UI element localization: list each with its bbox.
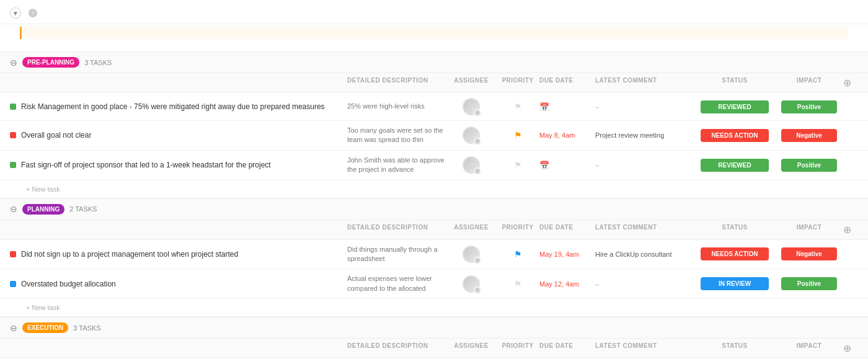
section-execution: ⊖ EXECUTION 3 TASKS DETAILED DESCRIPTION… (0, 317, 868, 364)
task-row: Risk Management in good place - 75% were… (0, 93, 868, 121)
new-task-link-planning[interactable]: + New task (0, 299, 868, 317)
col-status-header: STATUS (694, 77, 775, 89)
section-toggle-execution[interactable]: ⊖ (10, 323, 17, 333)
col-task-header (10, 224, 347, 236)
priority-flag-icon: ⚑ (514, 102, 522, 112)
task-name[interactable]: Overall goal not clear (21, 131, 91, 140)
status-cell: NEEDS ACTION (694, 129, 775, 142)
calendar-icon: 📅 (539, 161, 549, 170)
assignee-cell: ⚙ (446, 98, 496, 115)
column-headers-pre-planning: DETAILED DESCRIPTION ASSIGNEE PRIORITY D… (0, 73, 868, 93)
new-task-header-button[interactable] (41, 12, 48, 14)
section-badge-planning: PLANNING (22, 204, 64, 215)
due-date-cell: May 19, 4am (539, 251, 595, 258)
col-task-header (10, 342, 347, 354)
col-desc-header: DETAILED DESCRIPTION (347, 342, 446, 354)
page-container: ▼ i ⊖ PRE-PLANNING 3 TASKS DETAILED DESC… (0, 0, 868, 364)
avatar-badge-icon: ⚙ (474, 138, 481, 145)
priority-cell: ⚑ (496, 279, 539, 289)
status-badge[interactable]: REVIEWED (701, 100, 769, 113)
task-row: Did not sign up to a project management … (0, 240, 868, 270)
assignee-avatar[interactable]: ⚙ (463, 127, 480, 144)
task-name[interactable]: Risk Management in good place - 75% were… (21, 102, 325, 111)
latest-comment-cell: Hire a ClickUp consultant (595, 251, 694, 258)
add-column-button[interactable]: ⊕ (843, 77, 851, 89)
col-desc-header: DETAILED DESCRIPTION (347, 77, 446, 89)
priority-cell: ⚑ (496, 130, 539, 140)
task-color-dot (10, 132, 16, 138)
column-headers-execution: DETAILED DESCRIPTION ASSIGNEE PRIORITY D… (0, 339, 868, 358)
task-description: John Smith was able to approve the proje… (347, 156, 445, 173)
assignee-avatar[interactable]: ⚙ (463, 246, 480, 263)
section-toggle-pre-planning[interactable]: ⊖ (10, 58, 17, 68)
assignee-cell: ⚙ (446, 275, 496, 293)
page-description (20, 27, 848, 39)
assignee-avatar[interactable]: ⚙ (463, 156, 480, 174)
status-cell: NEEDS ACTION (694, 247, 775, 260)
section-task-count-planning: 2 TASKS (69, 205, 97, 213)
impact-badge[interactable]: Negative (781, 247, 837, 260)
section-header-planning: ⊖ PLANNING 2 TASKS (0, 198, 868, 220)
task-color-dot (10, 251, 16, 257)
task-desc-cell: John Smith was able to approve the proje… (347, 156, 446, 175)
priority-cell: ⚑ (496, 102, 539, 112)
new-task-link-pre-planning[interactable]: + New task (0, 180, 868, 198)
col-priority-header: PRIORITY (496, 224, 539, 236)
latest-comment-text: – (595, 103, 599, 110)
section-toggle-planning[interactable]: ⊖ (10, 204, 17, 214)
col-comment-header: LATEST COMMENT (595, 77, 694, 89)
due-date-value: May 12, 4am (539, 280, 579, 288)
add-column-button[interactable]: ⊕ (843, 342, 851, 354)
impact-badge[interactable]: Positive (781, 159, 837, 172)
section-planning: ⊖ PLANNING 2 TASKS DETAILED DESCRIPTION … (0, 198, 868, 317)
assignee-cell: ⚙ (446, 156, 496, 174)
col-task-header (10, 77, 347, 89)
task-name-cell: Fast sign-off of project sponsor that le… (10, 161, 347, 169)
impact-cell: Positive (775, 159, 843, 172)
add-column-button[interactable]: ⊕ (843, 224, 851, 236)
status-badge[interactable]: IN REVIEW (701, 277, 769, 290)
status-badge[interactable]: NEEDS ACTION (701, 247, 769, 260)
task-row: Overall goal not clear Too many goals we… (0, 121, 868, 151)
task-desc-cell: Did things manually through a spreadshee… (347, 245, 446, 264)
col-assignee-header: ASSIGNEE (446, 224, 496, 236)
col-duedate-header: DUE DATE (539, 342, 595, 354)
impact-badge[interactable]: Negative (781, 129, 837, 142)
status-cell: REVIEWED (694, 159, 775, 172)
task-name[interactable]: Overstated budget allocation (21, 280, 116, 288)
task-name[interactable]: Did not sign up to a project management … (21, 250, 238, 259)
latest-comment-cell: – (595, 161, 694, 169)
impact-badge[interactable]: Positive (781, 277, 837, 290)
info-icon[interactable]: i (29, 9, 37, 17)
priority-flag-icon: ⚑ (514, 279, 522, 289)
due-date-cell: 📅 (539, 161, 595, 170)
assignee-cell: ⚙ (446, 127, 496, 144)
section-header-execution: ⊖ EXECUTION 3 TASKS (0, 317, 868, 339)
col-add-header: ⊕ (843, 224, 858, 236)
priority-cell: ⚑ (496, 249, 539, 259)
col-comment-header: LATEST COMMENT (595, 342, 694, 354)
task-description: 25% were high-level risks (347, 102, 425, 110)
task-color-dot (10, 104, 16, 110)
section-task-count-execution: 3 TASKS (73, 324, 100, 332)
priority-flag-icon: ⚑ (514, 160, 522, 170)
status-badge[interactable]: NEEDS ACTION (701, 129, 769, 142)
task-description: Actual expenses were lower compared to t… (347, 275, 432, 291)
task-name[interactable]: Fast sign-off of project sponsor that le… (21, 161, 271, 169)
task-desc-cell: Too many goals were set so the team was … (347, 126, 446, 145)
priority-flag-icon: ⚑ (514, 130, 522, 140)
status-badge[interactable]: REVIEWED (701, 159, 769, 172)
assignee-avatar[interactable]: ⚙ (463, 98, 480, 115)
avatar-badge-icon: ⚙ (474, 257, 481, 264)
sections-container: ⊖ PRE-PLANNING 3 TASKS DETAILED DESCRIPT… (0, 51, 868, 364)
col-status-header: STATUS (694, 224, 775, 236)
col-impact-header: IMPACT (775, 224, 843, 236)
impact-badge[interactable]: Positive (781, 100, 837, 113)
section-expand-icon[interactable]: ▼ (10, 7, 21, 19)
assignee-avatar[interactable]: ⚙ (463, 275, 480, 293)
latest-comment-text: Project review meeting (595, 131, 664, 139)
task-name-cell: Overall goal not clear (10, 131, 347, 140)
due-date-cell: 📅 (539, 102, 595, 112)
col-desc-header: DETAILED DESCRIPTION (347, 224, 446, 236)
due-date-cell: May 12, 4am (539, 280, 595, 288)
